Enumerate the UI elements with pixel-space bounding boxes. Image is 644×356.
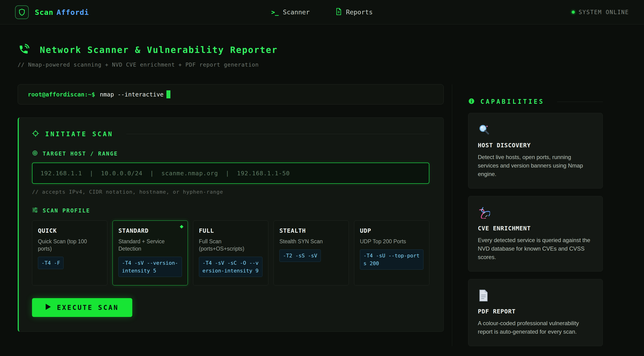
nav-reports-label: Reports xyxy=(346,8,373,16)
profile-label: SCAN PROFILE xyxy=(42,208,90,214)
terminal-cursor xyxy=(166,90,170,98)
page-header: Network Scanner & Vulnerability Reporter xyxy=(18,43,626,56)
brand-scan: Scan xyxy=(35,8,54,16)
magnifier-icon xyxy=(478,123,593,136)
profile-card-stealth[interactable]: STEALTH Stealth SYN Scan -T2 -sS -sV xyxy=(274,221,349,285)
capability-card-pdf-report: PDF REPORT A colour-coded professional v… xyxy=(468,279,603,346)
initiate-scan-panel: INITIATE SCAN TARGET HOST / RANGE // ac xyxy=(18,117,444,332)
profile-card-standard[interactable]: STANDARD Standard + Service Detection -T… xyxy=(112,221,188,285)
info-icon xyxy=(468,98,475,105)
page-content: Network Scanner & Vulnerability Reporter… xyxy=(0,43,644,346)
dna-icon xyxy=(478,206,593,219)
capability-title: CVE ENRICHMENT xyxy=(478,225,593,232)
play-icon xyxy=(46,304,51,312)
capabilities-heading: CAPABILITIES xyxy=(480,98,544,105)
capabilities-sidebar: CAPABILITIES HOST DISCOVERY Detect live … xyxy=(452,84,626,346)
profile-description: Standard + Service Detection xyxy=(118,238,182,253)
profile-label-row: SCAN PROFILE xyxy=(32,207,429,214)
brand[interactable]: Scan Affordi xyxy=(15,5,272,19)
profile-name: FULL xyxy=(199,227,262,234)
page-subtitle: // Nmap-powered scanning + NVD CVE enric… xyxy=(18,62,626,68)
capabilities-heading-row: CAPABILITIES xyxy=(468,98,603,105)
main-column: root@affordiscan:~$ nmap --interactive xyxy=(18,84,444,332)
capability-description: Detect live hosts, open ports, running s… xyxy=(478,153,593,178)
panel-heading-text: INITIATE SCAN xyxy=(45,130,113,138)
target-label: TARGET HOST / RANGE xyxy=(42,151,118,157)
system-status: SYSTEM ONLINE xyxy=(372,9,629,15)
capability-description: Every detected service is queried agains… xyxy=(478,236,593,261)
document-icon xyxy=(478,289,593,302)
target-hint: // accepts IPv4, CIDR notation, hostname… xyxy=(32,189,429,195)
brand-affordi: Affordi xyxy=(56,8,89,16)
heading-rule xyxy=(126,134,429,134)
profile-flags: -T4 -sV --version-intensity 5 xyxy=(118,257,182,277)
profile-card-quick[interactable]: QUICK Quick Scan (top 100 ports) -T4 -F xyxy=(32,221,107,285)
scan-profiles: QUICK Quick Scan (top 100 ports) -T4 -F … xyxy=(32,221,429,285)
capability-card-cve-enrichment: CVE ENRICHMENT Every detected service is… xyxy=(468,196,603,272)
capability-title: PDF REPORT xyxy=(478,308,593,315)
profile-description: Quick Scan (top 100 ports) xyxy=(38,238,102,253)
terminal-icon: >_ xyxy=(272,9,279,16)
profile-card-full[interactable]: FULL Full Scan (ports+OS+scripts) -T4 -s… xyxy=(193,221,268,285)
target-label-row: TARGET HOST / RANGE xyxy=(32,150,429,157)
profile-flags: -T4 -sU --top-ports 200 xyxy=(360,249,424,270)
capability-title: HOST DISCOVERY xyxy=(478,142,593,149)
status-online-dot xyxy=(572,10,575,14)
phone-signal-icon xyxy=(18,43,30,56)
navbar: Scan Affordi >_ Scanner Reports SYSTEM O… xyxy=(0,0,644,24)
execute-scan-button[interactable]: EXECUTE SCAN xyxy=(32,298,132,317)
terminal-command: nmap --interactive xyxy=(100,91,164,98)
profile-name: UDP xyxy=(360,227,424,234)
report-file-icon xyxy=(336,8,342,16)
status-text: SYSTEM ONLINE xyxy=(578,9,629,15)
panel-heading: INITIATE SCAN xyxy=(32,130,429,138)
profile-flags: -T4 -F xyxy=(38,257,64,269)
profile-name: STANDARD xyxy=(118,227,182,234)
capability-description: A colour-coded professional vulnerabilit… xyxy=(478,319,593,336)
sliders-icon xyxy=(32,207,38,214)
profile-description: Stealth SYN Scan xyxy=(280,238,343,245)
profile-description: UDP Top 200 Ports xyxy=(360,238,424,245)
brand-text: Scan Affordi xyxy=(35,8,89,16)
profile-card-udp[interactable]: UDP UDP Top 200 Ports -T4 -sU --top-port… xyxy=(354,221,429,285)
nav-item-scanner[interactable]: >_ Scanner xyxy=(272,8,310,16)
profile-name: STEALTH xyxy=(280,227,343,234)
target-host-input[interactable] xyxy=(32,163,429,184)
terminal-prompt: root@affordiscan:~$ xyxy=(28,91,95,98)
profile-flags: -T2 -sS -sV xyxy=(280,249,321,262)
nav-item-reports[interactable]: Reports xyxy=(336,8,373,16)
nav-scanner-label: Scanner xyxy=(283,8,310,16)
execute-scan-label: EXECUTE SCAN xyxy=(57,304,119,312)
capabilities-rule xyxy=(557,102,603,102)
shield-icon xyxy=(15,5,29,19)
page-title: Network Scanner & Vulnerability Reporter xyxy=(40,45,278,55)
terminal-prompt-bar: root@affordiscan:~$ nmap --interactive xyxy=(18,84,444,104)
crosshair-icon xyxy=(32,130,39,138)
target-icon xyxy=(32,150,38,157)
profile-flags: -T4 -sV -sC -O --version-intensity 9 xyxy=(199,257,262,277)
profile-name: QUICK xyxy=(38,227,102,234)
main-nav: >_ Scanner Reports xyxy=(272,8,373,16)
profile-description: Full Scan (ports+OS+scripts) xyxy=(199,238,262,253)
capability-card-host-discovery: HOST DISCOVERY Detect live hosts, open p… xyxy=(468,113,603,188)
